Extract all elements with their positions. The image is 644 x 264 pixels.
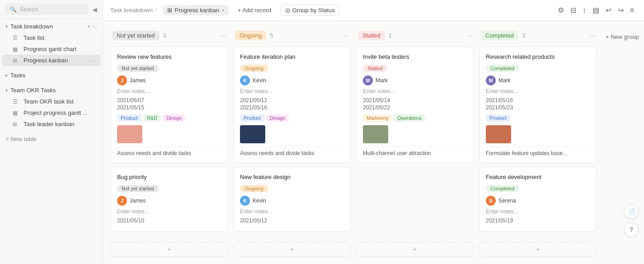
more-item-icon[interactable]: ··· bbox=[90, 57, 95, 64]
undo-button[interactable]: ↩ bbox=[603, 4, 614, 16]
card-date2: 2021/05/22 bbox=[363, 104, 467, 111]
search-icon: 🔍 bbox=[10, 6, 17, 13]
tag: Product bbox=[240, 114, 264, 122]
card-date2: 2021/05/15 bbox=[117, 104, 221, 111]
breadcrumb-root[interactable]: Task breakdown bbox=[110, 7, 153, 14]
new-table-button[interactable]: + New table bbox=[0, 133, 103, 145]
floating-doc-button[interactable]: 📄 bbox=[624, 204, 639, 219]
sidebar-section-tasks: ▸ Tasks bbox=[0, 68, 103, 83]
redo-button[interactable]: ↪ bbox=[615, 4, 626, 16]
sidebar-item-label: Task leader kanban bbox=[24, 121, 75, 127]
add-section-icon[interactable]: + bbox=[87, 23, 91, 30]
add-card-button[interactable]: + bbox=[233, 242, 351, 257]
cards-container: Feature iteration planOngoing K Kevin En… bbox=[233, 47, 351, 240]
card-status: Not yet started bbox=[117, 185, 159, 192]
card-card-1[interactable]: Review new featuresNot yet started J Jam… bbox=[110, 47, 228, 163]
card-title: Feature development bbox=[486, 174, 590, 180]
card-user: J James bbox=[117, 75, 221, 85]
card-tags: ProductDesign bbox=[240, 114, 344, 122]
sidebar-item-label: Team OKR task list bbox=[24, 98, 74, 105]
layout-button[interactable]: ▤ bbox=[590, 4, 602, 16]
add-card-button[interactable]: + bbox=[356, 242, 474, 257]
card-user: M Mark bbox=[363, 75, 467, 85]
user-name: Kevin bbox=[253, 198, 266, 204]
group-by-icon: ◎ bbox=[285, 7, 290, 14]
tag: Product bbox=[486, 114, 510, 122]
chevron-down-icon: ▾ bbox=[222, 8, 224, 13]
col-count: 5 bbox=[270, 32, 273, 39]
collapse-sidebar-button[interactable]: ◀ bbox=[92, 6, 97, 13]
card-card-5[interactable]: Invite beta testersStalled M Mark Enter … bbox=[356, 47, 474, 163]
col-header-completed: Completed3··· bbox=[479, 28, 597, 43]
card-notes: Enter notes... bbox=[363, 88, 467, 94]
filter-button[interactable]: ⊟ bbox=[568, 4, 579, 16]
col-menu-icon[interactable]: ··· bbox=[221, 32, 226, 39]
kanban-column-stalled: Stalled1···Invite beta testersStalled M … bbox=[356, 28, 474, 257]
card-user: M Mark bbox=[486, 75, 590, 85]
add-card-button[interactable]: + bbox=[110, 242, 228, 257]
card-tags: MarketingOperations bbox=[363, 114, 467, 122]
col-menu-icon[interactable]: ··· bbox=[344, 32, 349, 39]
card-status: Completed bbox=[486, 185, 519, 192]
col-menu-icon[interactable]: ··· bbox=[590, 32, 595, 39]
view-tab-progress-kanban[interactable]: ⊞ Progress kanban ▾ bbox=[163, 5, 229, 15]
card-status: Stalled bbox=[363, 65, 387, 72]
col-title: Not yet started bbox=[112, 31, 160, 40]
sidebar-item-label: Progress kanban bbox=[24, 57, 68, 64]
user-name: James bbox=[130, 198, 146, 204]
card-notes: Enter notes... bbox=[117, 88, 221, 94]
col-menu-icon[interactable]: ··· bbox=[467, 32, 472, 39]
card-card-4[interactable]: New feature designOngoing K Kevin Enter … bbox=[233, 167, 351, 231]
chevron-right-icon: ▸ bbox=[5, 73, 8, 78]
card-date1: 2021/05/12 bbox=[240, 217, 344, 224]
sidebar-item-task-leader-kanban[interactable]: ⊞ Task leader kanban bbox=[2, 118, 101, 130]
sort-button[interactable]: ↕ bbox=[580, 5, 589, 16]
more-button[interactable]: ≡ bbox=[627, 5, 637, 16]
user-name: James bbox=[130, 77, 146, 84]
topbar-actions: ⚙ ⊟ ↕ ▤ ↩ ↪ ≡ bbox=[555, 4, 637, 16]
card-status: Ongoing bbox=[240, 65, 268, 72]
card-notes: Enter notes... bbox=[240, 208, 344, 215]
add-record-button[interactable]: + Add record bbox=[234, 5, 275, 15]
settings-button[interactable]: ⚙ bbox=[555, 4, 567, 16]
floating-help-button[interactable]: ? bbox=[624, 222, 639, 237]
tag: Operations bbox=[394, 114, 425, 122]
card-title: Feature iteration plan bbox=[240, 53, 344, 60]
sidebar-item-team-okr-list[interactable]: ☰ Team OKR task list bbox=[2, 96, 101, 107]
gantt-icon: ▦ bbox=[13, 46, 20, 52]
add-card-button[interactable]: + bbox=[479, 242, 597, 257]
team-okr-label: Team OKR Tasks bbox=[10, 87, 56, 94]
card-title: Research related products bbox=[486, 53, 590, 60]
search-box[interactable]: 🔍 Search bbox=[5, 4, 89, 15]
card-subtask: Assess needs and divide tasks bbox=[240, 146, 344, 156]
card-tags: ProductR&DDesign bbox=[117, 114, 221, 122]
sidebar-item-task-list[interactable]: ☰ Task list bbox=[2, 32, 101, 43]
group-by-button[interactable]: ◎ Group by Status bbox=[280, 5, 340, 16]
col-count: 3 bbox=[522, 32, 525, 39]
card-card-2[interactable]: Bug priorityNot yet started J James Ente… bbox=[110, 167, 228, 231]
card-card-7[interactable]: Feature developmentCompleted S Serena En… bbox=[479, 167, 597, 231]
sidebar-section-team-okr: ▾ Team OKR Tasks ☰ Team OKR task list ▦ … bbox=[0, 83, 103, 132]
team-okr-section-header[interactable]: ▾ Team OKR Tasks bbox=[0, 85, 103, 96]
card-notes: Enter notes... bbox=[486, 88, 590, 94]
sidebar: 🔍 Search ◀ ▾ Task breakdown + ··· ☰ Task… bbox=[0, 0, 103, 264]
cards-container: Research related productsCompleted M Mar… bbox=[479, 47, 597, 240]
card-date1: 2021/05/14 bbox=[363, 97, 467, 104]
task-breakdown-section-header[interactable]: ▾ Task breakdown + ··· bbox=[0, 21, 103, 32]
chevron-down-icon: ▾ bbox=[5, 24, 8, 29]
col-header-stalled: Stalled1··· bbox=[356, 28, 474, 43]
sidebar-item-progress-kanban[interactable]: ⊞ Progress kanban ··· bbox=[2, 55, 101, 66]
tasks-section-header[interactable]: ▸ Tasks bbox=[0, 70, 103, 81]
add-record-label: + Add record bbox=[238, 7, 271, 14]
tag: Marketing bbox=[363, 114, 392, 122]
card-card-6[interactable]: Research related productsCompleted M Mar… bbox=[479, 47, 597, 163]
new-group-button[interactable]: + New group bbox=[602, 32, 644, 42]
card-card-3[interactable]: Feature iteration planOngoing K Kevin En… bbox=[233, 47, 351, 163]
avatar: K bbox=[240, 196, 250, 206]
more-section-icon[interactable]: ··· bbox=[92, 23, 97, 30]
card-status: Ongoing bbox=[240, 185, 268, 192]
sidebar-item-progress-gantt[interactable]: ▦ Progress gantt chart bbox=[2, 43, 101, 55]
card-date1: 2021/05/10 bbox=[117, 217, 221, 224]
sidebar-item-project-gantt[interactable]: ▦ Project progress gantt ... bbox=[2, 107, 101, 118]
user-name: Serena bbox=[498, 198, 516, 204]
